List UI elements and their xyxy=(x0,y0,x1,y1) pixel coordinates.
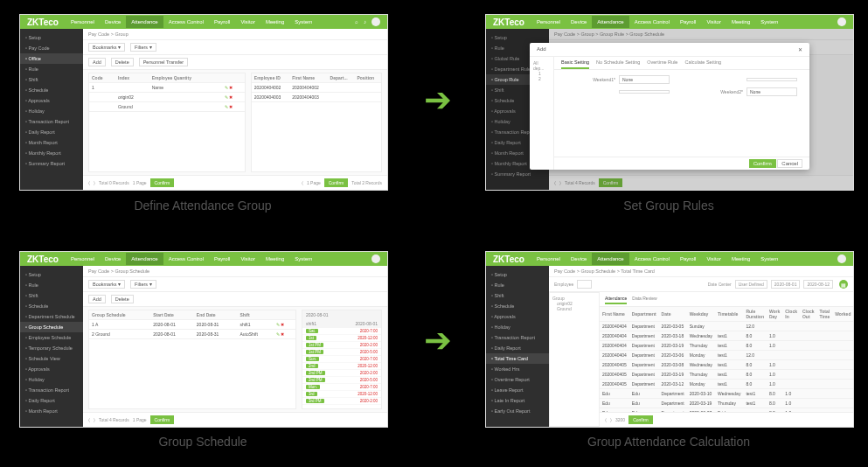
table-row[interactable]: 2020040400220200404002 xyxy=(252,83,381,93)
table-row[interactable]: 2020040404Department2020-03-05Sunday12.0 xyxy=(600,322,853,331)
table-row[interactable]: Ground ✎✖ xyxy=(89,102,245,112)
nav-device[interactable]: Device xyxy=(100,253,126,265)
sidebar-item-setup[interactable]: ▫ Setup xyxy=(20,269,83,280)
sidebar-item-schedule[interactable]: ▫ Schedule xyxy=(486,301,549,311)
sidebar-item-rule[interactable]: ▫ Rule xyxy=(486,280,549,290)
edit-icon[interactable]: ✎ xyxy=(276,331,280,337)
sidebar-item-month-report[interactable]: ▫ Month Report xyxy=(20,406,83,416)
table-row[interactable]: 2020040405Department2020-03-19Thursdayte… xyxy=(600,370,853,380)
delete-button[interactable]: Delete xyxy=(111,58,134,66)
dup-punch-input[interactable]: None xyxy=(746,87,797,96)
nav-personnel[interactable]: Personnel xyxy=(66,16,100,28)
schedule-slot[interactable]: 2nd PM2020-2:00 xyxy=(302,370,381,377)
nav-attendance[interactable]: Attendance xyxy=(126,16,163,28)
sidebar-item-transaction-report[interactable]: ▫ Transaction Report xyxy=(20,116,83,127)
sidebar-item-office[interactable]: ▫ Office xyxy=(20,53,83,64)
sidebar-item-schedule[interactable]: ▫ Schedule xyxy=(20,85,83,95)
add-button[interactable]: Add xyxy=(88,295,106,303)
schedule-slot[interactable]: 1st PM2020-5:00 xyxy=(302,349,381,356)
sidebar-item-transaction-report[interactable]: ▫ Transaction Report xyxy=(20,385,83,395)
sidebar-item-transaction-report[interactable]: ▫ Transaction Report xyxy=(486,332,549,343)
sidebar-item-total-time-card[interactable]: ▫ Total Time Card xyxy=(486,353,549,364)
bookmarks-button[interactable]: Bookmarks ▾ xyxy=(88,43,125,52)
table-row[interactable]: 2 Ground2020-08-012020-08-31AutoShift ✎✖ xyxy=(89,330,295,339)
nav-personnel[interactable]: Personnel xyxy=(531,16,566,28)
sidebar-item-early-out-report[interactable]: ▫ Early Out Report xyxy=(486,406,549,416)
nav-system[interactable]: System xyxy=(289,253,317,265)
modal-confirm-button[interactable]: Confirm xyxy=(749,159,776,168)
date-from-input[interactable]: 2020-08-01 xyxy=(771,280,801,289)
nav-meeting[interactable]: Meeting xyxy=(726,16,755,28)
sidebar-item-late-in-report[interactable]: ▫ Late In Report xyxy=(486,395,549,406)
nav-system[interactable]: System xyxy=(289,16,317,28)
employee-input[interactable] xyxy=(577,280,591,289)
schedule-slot[interactable]: Sun.2020-7:00 xyxy=(302,356,381,363)
table-row[interactable]: 2020040405Department2020-03-12Mondaytest… xyxy=(600,380,853,389)
nav-system[interactable]: System xyxy=(755,253,783,265)
table-row[interactable]: 2020040405Department2020-03-08Wednesdayt… xyxy=(600,360,853,370)
table-row[interactable]: 2020040404Department2020-03-06Mondaytest… xyxy=(600,351,853,360)
sidebar-item-pay-code[interactable]: ▫ Pay Code xyxy=(20,43,83,53)
nav-access-control[interactable]: Access Control xyxy=(163,16,209,28)
start-of-week-select[interactable] xyxy=(619,90,670,94)
tab-overtime[interactable]: Overtime Rule xyxy=(647,57,677,69)
edit-icon[interactable]: ✎ xyxy=(225,85,228,90)
sidebar-item-employee-schedule[interactable]: ▫ Employee Schedule xyxy=(20,332,83,343)
table-row[interactable]: origin02 ✎✖ xyxy=(89,93,245,102)
nav-access-control[interactable]: Access Control xyxy=(629,253,675,265)
table-row[interactable]: 2020040400320200404003 xyxy=(252,93,381,102)
nav-visitor[interactable]: Visitor xyxy=(235,253,260,265)
edit-icon[interactable]: ✎ xyxy=(225,104,228,109)
avatar[interactable] xyxy=(837,17,846,26)
nav-meeting[interactable]: Meeting xyxy=(260,253,289,265)
nav-personnel[interactable]: Personnel xyxy=(66,253,100,265)
delete-icon[interactable]: ✖ xyxy=(229,94,233,100)
schedule-slot[interactable]: 3rd2020-12:00 xyxy=(302,391,381,398)
sidebar-item-rule[interactable]: ▫ Rule xyxy=(20,64,83,74)
schedule-slot[interactable]: 1st2020-12:00 xyxy=(302,335,381,342)
sidebar-item-group-schedule[interactable]: ▫ Group Schedule xyxy=(20,322,83,332)
sidebar-item-approvals[interactable]: ▫ Approvals xyxy=(20,364,83,374)
sidebar-item-summary-report[interactable]: ▫ Summary Report xyxy=(20,158,83,169)
sidebar-item-holiday[interactable]: ▫ Holiday xyxy=(486,322,549,332)
schedule-slot[interactable]: 1st PM2020-2:00 xyxy=(302,342,381,349)
delete-icon[interactable]: ✖ xyxy=(281,331,284,337)
nav-attendance[interactable]: Attendance xyxy=(592,253,628,265)
close-icon[interactable]: ✕ xyxy=(798,46,802,52)
edit-icon[interactable]: ✎ xyxy=(276,322,280,327)
nav-meeting[interactable]: Meeting xyxy=(260,16,289,28)
nav-payroll[interactable]: Payroll xyxy=(675,253,701,265)
avatar[interactable] xyxy=(837,254,846,263)
delete-icon[interactable]: ✖ xyxy=(229,104,233,109)
sidebar-item-schedule[interactable]: ▫ Schedule xyxy=(20,301,83,311)
transfer-button[interactable]: Personnel Transfer xyxy=(139,58,188,66)
sidebar-item-shift[interactable]: ▫ Shift xyxy=(20,74,83,85)
nav-visitor[interactable]: Visitor xyxy=(235,16,260,28)
delete-icon[interactable]: ✖ xyxy=(281,322,284,327)
table-row[interactable]: 2020040404Department2020-03-18Wednesdayt… xyxy=(600,331,853,341)
nav-attendance[interactable]: Attendance xyxy=(592,16,628,28)
schedule-slot[interactable]: Mon.2020-7:00 xyxy=(302,384,381,391)
calculate-button[interactable]: ▦ xyxy=(839,280,848,289)
table-row[interactable]: 1Name ✎✖ xyxy=(89,83,245,93)
nav-visitor[interactable]: Visitor xyxy=(701,253,726,265)
sidebar-item-schedule-view[interactable]: ▫ Schedule View xyxy=(20,353,83,364)
schedule-slot[interactable]: Sat.2020-7:00 xyxy=(302,328,381,335)
table-row[interactable]: 2020040404Department2020-03-19Thursdayte… xyxy=(600,341,853,351)
sidebar-item-month-report[interactable]: ▫ Month Report xyxy=(20,137,83,148)
tab-data-review[interactable]: Data Review xyxy=(632,294,656,304)
sidebar-item-leave-report[interactable]: ▫ Leave Report xyxy=(486,385,549,395)
tab-calculate[interactable]: Calculate Setting xyxy=(684,57,721,69)
tab-attendance[interactable]: Attendance xyxy=(605,294,627,304)
sidebar-item-temporary-schedule[interactable]: ▫ Temporary Schedule xyxy=(20,343,83,353)
sidebar-item-daily-report[interactable]: ▫ Daily Report xyxy=(20,127,83,137)
tab-basic[interactable]: Basic Setting xyxy=(561,57,589,69)
schedule-slot[interactable]: 2nd PM2020-5:00 xyxy=(302,377,381,384)
date-to-input[interactable]: 2020-08-12 xyxy=(803,280,833,289)
sidebar-item-approvals[interactable]: ▫ Approvals xyxy=(486,311,549,322)
sidebar-item-holiday[interactable]: ▫ Holiday xyxy=(20,374,83,385)
sidebar-item-department-schedule[interactable]: ▫ Department Schedule xyxy=(20,311,83,322)
sidebar-item-setup[interactable]: ▫ Setup xyxy=(486,269,549,280)
schedule-slot[interactable]: 2nd2020-12:00 xyxy=(302,363,381,370)
nav-payroll[interactable]: Payroll xyxy=(209,253,235,265)
